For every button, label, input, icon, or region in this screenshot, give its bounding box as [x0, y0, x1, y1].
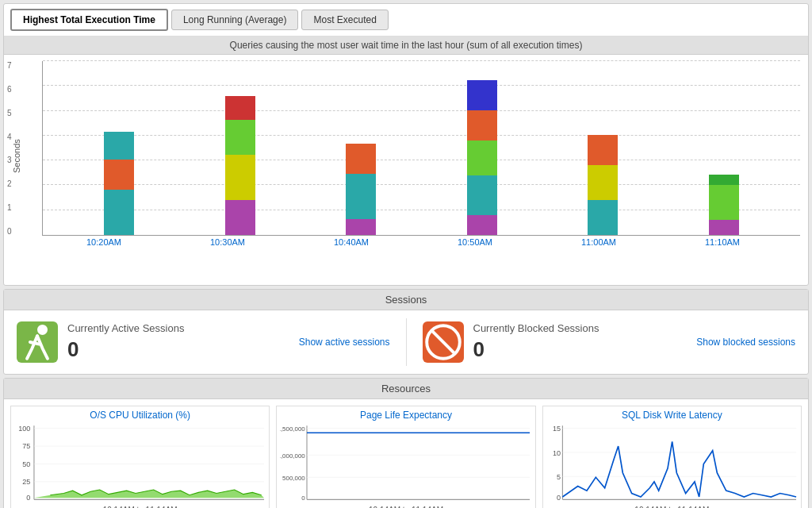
- disklatency-plot: 15 10 5 0: [546, 424, 798, 504]
- main-container: Highest Total Execution Time Long Runnin…: [0, 0, 812, 508]
- bar-group-1100: [588, 135, 618, 235]
- tab-mostexecuted[interactable]: Most Executed: [301, 10, 388, 30]
- disklatency-chart: SQL Disk Write Latency 15 10 5 0: [542, 406, 802, 508]
- bar-group-1110: [709, 175, 739, 235]
- tab-longrunning[interactable]: Long Running (Average): [171, 10, 299, 30]
- y-tick-3: 3: [7, 156, 12, 164]
- blocked-sessions-label: Currently Blocked Sessions: [473, 322, 688, 334]
- show-blocked-sessions-link[interactable]: Show blocked sessions: [696, 337, 795, 348]
- y-tick-7: 7: [7, 61, 12, 70]
- y-tick-4: 4: [7, 133, 12, 141]
- svg-point-0: [37, 325, 48, 335]
- x-label-1030[interactable]: 10:30AM: [210, 237, 245, 247]
- cpu-chart: O/S CPU Utilization (%) 100 75 50 25 0: [10, 406, 270, 508]
- y-axis-label: Seconds: [12, 61, 21, 252]
- ple-svg: 1,500,000 1,000,000 500,000 0: [280, 424, 531, 504]
- y-tick-5: 5: [7, 109, 12, 117]
- ple-chart-title[interactable]: Page Life Expectancy: [360, 410, 452, 421]
- svg-text:0: 0: [557, 495, 561, 502]
- svg-text:10: 10: [553, 449, 561, 457]
- show-active-sessions-link[interactable]: Show active sessions: [299, 337, 390, 348]
- x-label-1020[interactable]: 10:20AM: [86, 237, 121, 247]
- svg-text:1,500,000: 1,500,000: [280, 425, 305, 433]
- blocked-sessions-info: Currently Blocked Sessions 0: [473, 322, 688, 362]
- chart-plot: [42, 61, 800, 236]
- x-axis-labels: 10:20AM 10:30AM 10:40AM 10:50AM 11:00AM …: [25, 236, 800, 247]
- svg-text:0: 0: [302, 495, 306, 502]
- svg-text:5: 5: [557, 473, 561, 481]
- svg-text:500,000: 500,000: [282, 475, 305, 482]
- sessions-section: Sessions Currently Active Sessions 0 Sho…: [3, 289, 809, 375]
- sessions-title: Sessions: [4, 290, 808, 310]
- active-sessions-icon: [17, 321, 58, 363]
- sessions-row: Currently Active Sessions 0 Show active …: [4, 310, 808, 374]
- active-sessions-label: Currently Active Sessions: [67, 322, 289, 334]
- svg-text:25: 25: [22, 478, 30, 486]
- disklatency-chart-title[interactable]: SQL Disk Write Latency: [622, 410, 722, 421]
- svg-text:50: 50: [22, 460, 30, 468]
- chart-area: Seconds 0 1 2 3 4 5 6 7: [4, 55, 808, 285]
- cpu-chart-title[interactable]: O/S CPU Utilization (%): [90, 410, 190, 421]
- blocked-icon: [423, 321, 464, 363]
- y-tick-2: 2: [7, 179, 12, 188]
- x-label-1110[interactable]: 11:10AM: [705, 237, 740, 247]
- tab-highest[interactable]: Highest Total Execution Time: [10, 9, 168, 31]
- y-tick-1: 1: [7, 203, 12, 212]
- top-section: Highest Total Execution Time Long Runnin…: [3, 3, 809, 286]
- tabs-row: Highest Total Execution Time Long Runnin…: [4, 4, 808, 37]
- active-sessions-info: Currently Active Sessions 0: [67, 322, 289, 362]
- resources-row: O/S CPU Utilization (%) 100 75 50 25 0: [4, 399, 808, 508]
- resources-title: Resources: [4, 379, 808, 399]
- active-sessions-card: Currently Active Sessions 0 Show active …: [17, 321, 390, 363]
- bar-group-1050: [467, 80, 497, 235]
- ple-plot: 1,500,000 1,000,000 500,000 0: [280, 424, 531, 504]
- cpu-plot: 100 75 50 25 0: [14, 424, 266, 504]
- chart-inner: Seconds 0 1 2 3 4 5 6 7: [12, 61, 800, 252]
- cpu-svg: 100 75 50 25 0: [14, 424, 266, 504]
- ple-chart: Page Life Expectancy 1,500,000 1,000,000…: [276, 406, 535, 508]
- sessions-divider: [406, 318, 407, 366]
- x-label-1040[interactable]: 10:40AM: [334, 237, 369, 247]
- svg-text:0: 0: [26, 495, 30, 502]
- disklatency-svg: 15 10 5 0: [546, 424, 798, 504]
- svg-text:1,000,000: 1,000,000: [280, 452, 305, 460]
- y-tick-0: 0: [7, 227, 12, 236]
- active-sessions-count: 0: [67, 337, 289, 362]
- y-tick-6: 6: [7, 85, 12, 94]
- svg-text:15: 15: [553, 425, 561, 433]
- bar-group-1030: [225, 96, 255, 235]
- svg-line-2: [431, 329, 455, 354]
- blocked-sessions-card: Currently Blocked Sessions 0 Show blocke…: [423, 321, 796, 363]
- bar-group-1020: [104, 132, 134, 235]
- blocked-sessions-icon: [423, 321, 464, 363]
- x-label-1050[interactable]: 10:50AM: [458, 237, 492, 247]
- resources-section: Resources O/S CPU Utilization (%) 100 75…: [3, 378, 809, 508]
- svg-text:75: 75: [22, 442, 30, 450]
- x-label-1100[interactable]: 11:00AM: [581, 237, 616, 247]
- running-person-icon: [17, 321, 58, 363]
- svg-text:100: 100: [18, 425, 30, 433]
- bar-group-1040: [346, 144, 376, 235]
- chart-subtitle: Queries causing the most user wait time …: [4, 37, 808, 55]
- blocked-sessions-count: 0: [473, 337, 688, 362]
